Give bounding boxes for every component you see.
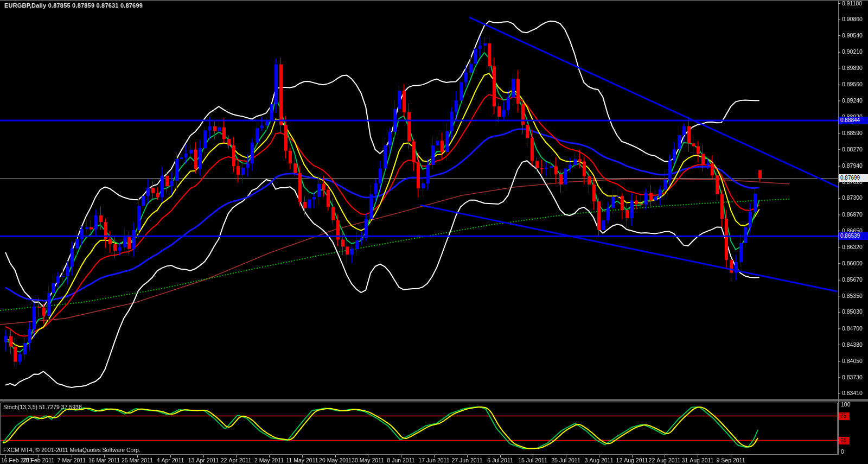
price-chart-canvas[interactable]	[0, 0, 868, 464]
chart-window: EURGBP,Daily 0.87855 0.87859 0.87631 0.8…	[0, 0, 868, 464]
